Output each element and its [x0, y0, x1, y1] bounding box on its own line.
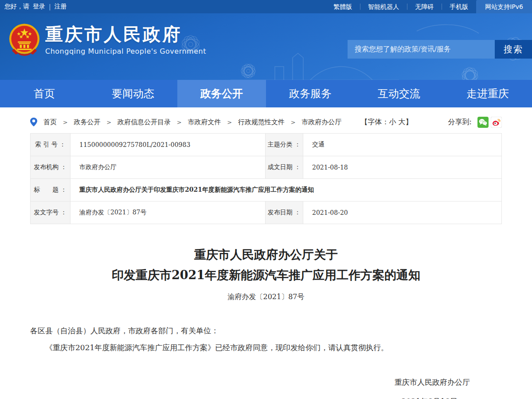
accessibility-link[interactable]: 无障碍 — [407, 0, 442, 13]
written-date-value: 2021-08-18 — [303, 156, 502, 179]
site-brand[interactable]: 重庆市人民政府 Chongqing Municipal People's Gov… — [4, 23, 206, 56]
search-button[interactable]: 搜索 — [495, 40, 532, 59]
location-pin-icon — [30, 118, 37, 126]
site-search: 搜索 — [348, 40, 532, 59]
login-link[interactable]: 登录 — [33, 3, 45, 11]
search-input[interactable] — [348, 40, 495, 59]
doc-number-label: 发文字号 ： — [31, 201, 70, 224]
document-info-table: 索 引 号 ： 11500000009275780L/2021-00983 主题… — [30, 133, 502, 224]
issuing-agency-label: 发布机构 ： — [31, 156, 70, 179]
nav-item-gov-info[interactable]: 政务公开 — [177, 80, 266, 107]
written-date-label: 成文日期 ： — [266, 156, 303, 179]
breadcrumb-city-gov-docs[interactable]: 市政府文件 — [188, 118, 221, 126]
nav-item-gov-services[interactable]: 政务服务 — [266, 80, 355, 107]
subject-category-value: 交通 — [303, 134, 502, 156]
share-label: 分享到: — [448, 118, 472, 127]
breadcrumb-admin-normative-docs[interactable]: 行政规范性文件 — [238, 118, 285, 126]
register-link[interactable]: 注册 — [55, 3, 67, 11]
nav-item-about-chongqing[interactable]: 走进重庆 — [443, 80, 532, 107]
doc-number-value: 渝府办发〔2021〕87号 — [70, 201, 266, 224]
top-utility-bar: 您好，请 登录 | 注册 繁體版 智能机器人 无障碍 手机版 网站支持IPv6 — [0, 0, 532, 13]
weibo-share-icon[interactable] — [491, 117, 502, 128]
chatbot-link[interactable]: 智能机器人 — [360, 0, 407, 13]
article-title-line2: 印发重庆市2021年度新能源汽车推广应用工作方案的通知 — [30, 265, 502, 285]
site-subtitle: Chongqing Municipal People's Government — [45, 47, 206, 55]
article-salutation: 各区县（自治县）人民政府，市政府各部门，有关单位： — [30, 324, 502, 337]
traditional-chinese-link[interactable]: 繁體版 — [325, 0, 360, 13]
doc-title-value: 重庆市人民政府办公厅关于印发重庆市2021年度新能源汽车推广应用工作方案的通知 — [70, 179, 502, 201]
breadcrumb-toolbar: 首页 > 政务公开 > 政府信息公开目录 > 市政府文件 > 行政规范性文件 >… — [30, 113, 502, 131]
publish-date-value: 2021-08-20 — [303, 201, 502, 224]
breadcrumb-gov-info[interactable]: 政务公开 — [74, 118, 100, 126]
doc-title-label: 标 题 ： — [31, 179, 70, 201]
site-header: 重庆市人民政府 Chongqing Municipal People's Gov… — [0, 13, 532, 80]
document-body: 重庆市人民政府办公厅关于 印发重庆市2021年度新能源汽车推广应用工作方案的通知… — [30, 245, 502, 399]
font-size-control: 【字体：小 大】 — [361, 118, 413, 127]
national-emblem-logo — [8, 23, 41, 56]
index-number-value: 11500000009275780L/2021-00983 — [70, 134, 266, 156]
site-title: 重庆市人民政府 — [45, 24, 206, 44]
nav-item-home[interactable]: 首页 — [0, 80, 89, 107]
ipv6-support-badge[interactable]: 网站支持IPv6 — [476, 0, 532, 13]
index-number-label: 索 引 号 ： — [31, 134, 70, 156]
wechat-share-icon[interactable] — [477, 117, 489, 128]
article-doc-number: 渝府办发〔2021〕87号 — [30, 292, 502, 302]
issuing-agency-value: 市政府办公厅 — [70, 156, 266, 179]
breadcrumb-home[interactable]: 首页 — [43, 118, 57, 126]
article-signature: 重庆市人民政府办公厅 — [30, 377, 502, 387]
article-title-line1: 重庆市人民政府办公厅关于 — [30, 245, 502, 265]
article-paragraph: 《重庆市2021年度新能源汽车推广应用工作方案》已经市政府同意，现印发给你们，请… — [30, 341, 502, 354]
breadcrumb-info-catalog[interactable]: 政府信息公开目录 — [117, 118, 171, 126]
mobile-version-link[interactable]: 手机版 — [442, 0, 476, 13]
main-navigation: 首页 要闻动态 政务公开 政务服务 互动交流 走进重庆 — [0, 80, 532, 107]
greeting-text: 您好，请 — [4, 3, 29, 11]
login-register-separator: | — [49, 3, 51, 10]
subject-category-label: 主题分类 ： — [266, 134, 303, 156]
font-smaller-button[interactable]: 小 — [389, 118, 396, 126]
font-larger-button[interactable]: 大 — [399, 118, 406, 126]
publish-date-label: 发布日期 ： — [266, 201, 303, 224]
article-date: 2021年8月18日 — [30, 396, 502, 399]
breadcrumb: 首页 > 政务公开 > 政府信息公开目录 > 市政府文件 > 行政规范性文件 >… — [43, 118, 341, 126]
nav-item-news[interactable]: 要闻动态 — [89, 80, 177, 107]
breadcrumb-gov-office[interactable]: 市政府办公厅 — [301, 118, 341, 126]
nav-item-interaction[interactable]: 互动交流 — [355, 80, 443, 107]
